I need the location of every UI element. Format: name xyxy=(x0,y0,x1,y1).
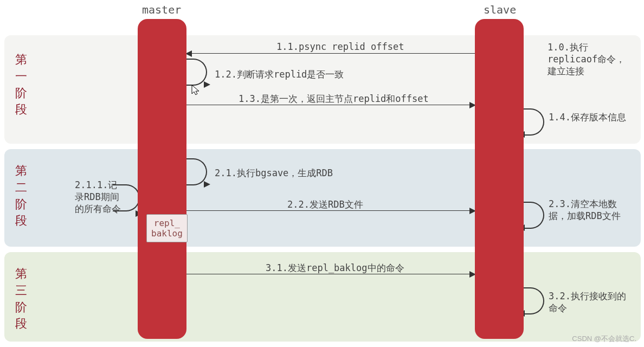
cursor-icon xyxy=(191,84,201,97)
label-1-3: 1.3.是第一次，返回主节点replid和offset xyxy=(239,93,429,105)
header-slave: slave xyxy=(484,3,516,16)
note-1-4: 1.4.保存版本信息 xyxy=(549,111,626,123)
watermark: CSDN @不会就选C. xyxy=(572,334,636,344)
label-1-1: 1.1.psync replid offset xyxy=(276,41,404,52)
note-2-1-1: 2.1.1.记录RDB期间的所有命令 xyxy=(75,179,124,215)
label-2-1: 2.1.执行bgsave，生成RDB xyxy=(215,167,333,179)
note-1-0: 1.0.执行replicaof命令，建立连接 xyxy=(548,41,629,77)
slave-lifeline xyxy=(475,19,524,339)
note-3-2: 3.2.执行接收到的命令 xyxy=(549,290,630,314)
label-3-1: 3.1.发送repl_baklog中的命令 xyxy=(266,262,404,274)
label-2-2: 2.2.发送RDB文件 xyxy=(287,198,363,211)
arrow-1-1 xyxy=(186,53,475,54)
phase-2-label: 第 二 阶 段 xyxy=(14,163,28,229)
repl-baklog-box: repl_ baklog xyxy=(146,214,188,242)
phase-3-label: 第 三 阶 段 xyxy=(14,266,28,332)
master-lifeline xyxy=(138,19,186,339)
note-2-3: 2.3.清空本地数据，加载RDB文件 xyxy=(549,198,630,222)
header-master: master xyxy=(142,3,181,16)
phase-1-label: 第 一 阶 段 xyxy=(14,52,28,118)
label-1-2: 1.2.判断请求replid是否一致 xyxy=(215,68,344,81)
